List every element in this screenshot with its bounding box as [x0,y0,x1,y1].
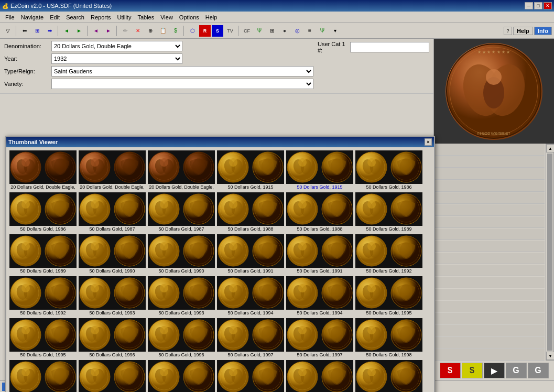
bottom-icon-film[interactable]: ▶ [484,363,505,378]
thumb-label-7: 50 Dollars Gold, 1987 [79,226,146,232]
toolbar-circle2[interactable]: ◎ [291,25,303,37]
thumb-item-27[interactable]: 50 Dollars Gold, 1997 [216,318,285,358]
dialog-close-button[interactable]: × [425,138,432,146]
toolbar-psi2[interactable]: Ψ [317,25,328,37]
toolbar-back[interactable]: ⬅ [19,25,30,37]
menu-utility[interactable]: Utility [114,13,135,21]
variety-select[interactable] [51,79,313,89]
thumb-item-7[interactable]: 50 Dollars Gold, 1987 [78,192,146,233]
user-cat-input[interactable] [350,42,429,52]
toolbar-purple-right[interactable]: ► [103,25,114,37]
toolbar-tv[interactable]: TV [224,25,236,37]
menu-file[interactable]: File [2,13,18,21]
scroll-thumb[interactable] [547,154,552,351]
menu-navigate[interactable]: Navigate [18,13,47,21]
thumb-item-33[interactable]: 50 Dollars Gold, 2000 [216,360,285,392]
thumb-item-17[interactable]: 50 Dollars Gold, 1992 [355,234,423,275]
thumb-img-5 [355,150,422,184]
toolbar-grid[interactable]: ⊞ [266,25,278,37]
thumb-item-30[interactable]: 50 Dollars Gold, 1998 [9,360,77,392]
thumb-item-35[interactable]: 50 Dollars Gold, 2001 [355,360,423,392]
bottom-icon-g1[interactable]: G [506,363,527,378]
toolbar-link[interactable]: ⬡ [187,25,198,37]
info-button[interactable]: Info [534,27,552,35]
menu-search[interactable]: Search [63,13,88,21]
thumb-item-24[interactable]: 50 Dollars Gold, 1995 [9,318,77,358]
thumb-item-21[interactable]: 50 Dollars Gold, 1994 [216,276,285,317]
toolbar-cf[interactable]: CF [241,25,253,37]
toolbar-arrow-right[interactable]: ➡ [44,25,56,37]
thumb-item-2[interactable]: 20 Dollars Gold, Double Eagle, [147,150,215,191]
dialog-content[interactable]: 20 Dollars Gold, Double Eagle, [6,147,434,392]
thumb-item-26[interactable]: 50 Dollars Gold, 1996 [147,318,215,358]
thumb-item-3[interactable]: 50 Dollars Gold, 1915 [216,150,285,191]
thumb-item-0[interactable]: 20 Dollars Gold, Double Eagle, [9,150,77,191]
toolbar-filter[interactable]: ▽ [2,25,14,37]
bottom-icon-dollar-red[interactable]: $ [440,363,461,378]
scroll-up[interactable]: ▲ [546,144,554,153]
toolbar-bars[interactable]: ≡ [304,25,316,37]
thumb-item-8[interactable]: 50 Dollars Gold, 1987 [147,192,215,233]
toolbar-s[interactable]: S [212,25,223,37]
denomination-label: Denomination: [4,43,51,49]
toolbar-help-icon[interactable]: ? [504,27,512,35]
toolbar-purple-left[interactable]: ◄ [90,25,102,37]
toolbar-dollar[interactable]: $ [170,25,181,37]
toolbar-psi[interactable]: Ψ [254,25,265,37]
svg-point-55 [54,200,67,217]
menu-view[interactable]: View [157,13,176,21]
thumb-item-22[interactable]: 50 Dollars Gold, 1994 [286,276,354,317]
thumb-item-19[interactable]: 50 Dollars Gold, 1993 [78,276,146,317]
toolbar-edit1[interactable]: ✏ [120,25,131,37]
menu-reports[interactable]: Reports [88,13,114,21]
thumb-item-29[interactable]: 50 Dollars Gold, 1998 [355,318,423,358]
data-scrollbar[interactable]: ▲ ▼ [546,144,554,361]
thumb-item-25[interactable]: 50 Dollars Gold, 1996 [78,318,146,358]
thumb-item-20[interactable]: 50 Dollars Gold, 1993 [147,276,215,317]
thumb-img-35 [355,360,422,392]
toolbar-circle1[interactable]: ● [279,25,290,37]
toolbar-paste[interactable]: 📋 [157,25,169,37]
close-button[interactable]: ✕ [544,2,552,9]
thumb-item-1[interactable]: 20 Dollars Gold, Double Eagle, [78,150,146,191]
thumb-item-4[interactable]: 50 Dollars Gold, 1915 [286,150,354,191]
thumb-item-16[interactable]: 50 Dollars Gold, 1991 [286,234,354,275]
bottom-icon-g2[interactable]: G [528,363,549,378]
bottom-icons: $ $ ▶ G G [434,361,554,380]
toolbar-branch[interactable]: ⊞ [31,25,43,37]
thumb-item-14[interactable]: 50 Dollars Gold, 1990 [147,234,215,275]
thumb-item-28[interactable]: 50 Dollars Gold, 1997 [286,318,354,358]
toolbar-green-right[interactable]: ► [73,25,85,37]
thumb-item-11[interactable]: 50 Dollars Gold, 1989 [355,192,423,233]
toolbar-green-left[interactable]: ◄ [61,25,72,37]
maximize-button[interactable]: □ [534,2,542,9]
thumb-item-5[interactable]: 50 Dollars Gold, 1986 [355,150,423,191]
thumb-item-31[interactable]: 50 Dollars Gold, 1999 [78,360,146,392]
minimize-button[interactable]: ─ [525,2,533,9]
denomination-select[interactable]: 20 Dollars Gold, Double Eagle [51,41,182,51]
scroll-down[interactable]: ▼ [546,352,554,360]
thumb-item-12[interactable]: 50 Dollars Gold, 1989 [9,234,77,275]
menu-help[interactable]: Help [202,13,221,21]
thumb-item-9[interactable]: 50 Dollars Gold, 1988 [216,192,285,233]
type-reign-select[interactable]: Saint Gaudens [51,66,313,77]
thumb-item-15[interactable]: 50 Dollars Gold, 1991 [216,234,285,275]
svg-point-228 [298,326,307,334]
bottom-icon-dollar-yellow[interactable]: $ [462,363,483,378]
thumb-item-10[interactable]: 50 Dollars Gold, 1988 [286,192,354,233]
thumb-item-13[interactable]: 50 Dollars Gold, 1990 [78,234,146,275]
year-select[interactable]: 1932 [51,53,182,64]
thumb-item-32[interactable]: 50 Dollars Gold, 1999 [147,360,215,392]
menu-tables[interactable]: Tables [134,13,157,21]
thumb-item-18[interactable]: 50 Dollars Gold, 1992 [9,276,77,317]
help-button[interactable]: Help [513,27,533,35]
toolbar-r[interactable]: R [199,25,211,37]
toolbar-dropdown[interactable]: ▾ [329,25,341,37]
thumb-item-34[interactable]: 50 Dollars Gold, 2000 [286,360,354,392]
toolbar-delete[interactable]: ✕ [132,25,144,37]
thumb-item-6[interactable]: 50 Dollars Gold, 1986 [9,192,77,233]
toolbar-copy[interactable]: ⊕ [145,25,156,37]
menu-options[interactable]: Options [176,13,202,21]
menu-edit[interactable]: Edit [47,13,63,21]
thumb-item-23[interactable]: 50 Dollars Gold, 1995 [355,276,423,317]
